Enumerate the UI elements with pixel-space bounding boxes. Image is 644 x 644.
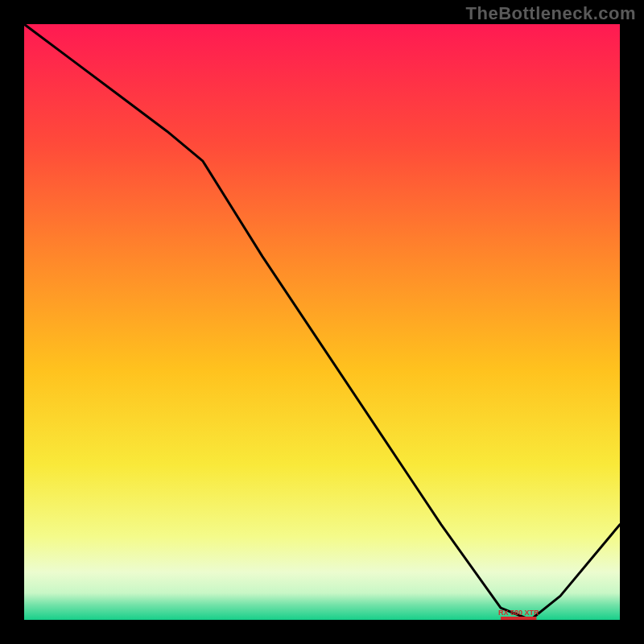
plot-area: RX 580 XTR	[24, 24, 620, 620]
chart-svg: RX 580 XTR	[24, 24, 620, 620]
svg-rect-0	[501, 617, 536, 620]
min-segment-marker: RX 580 XTR	[498, 609, 539, 620]
chart-frame: TheBottleneck.com RX 580 XTR	[0, 0, 644, 644]
watermark-text: TheBottleneck.com	[466, 3, 636, 24]
gradient-background	[24, 24, 620, 620]
min-segment-label: RX 580 XTR	[498, 609, 539, 617]
